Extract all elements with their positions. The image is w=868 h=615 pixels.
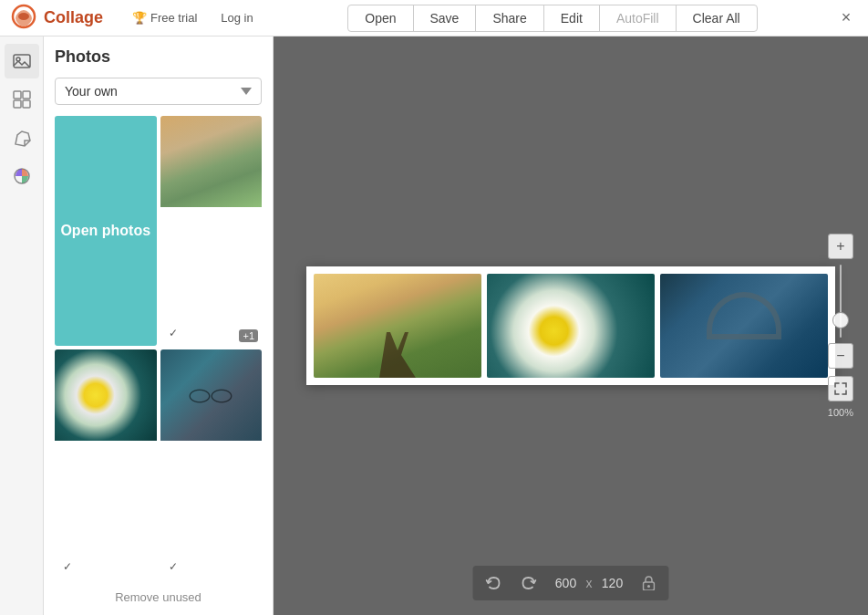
dimension-display: 600 x 120 (550, 576, 629, 590)
logo-text: Collage (44, 8, 103, 27)
source-select[interactable]: Your own Facebook Instagram Google (55, 78, 262, 105)
autofill-button[interactable]: AutoFill (600, 5, 677, 31)
icon-sidebar (0, 36, 44, 615)
close-button[interactable]: × (832, 4, 861, 33)
lock-icon (643, 576, 656, 590)
open-button[interactable]: Open (348, 5, 413, 31)
stickers-icon (12, 128, 32, 148)
svg-point-10 (647, 585, 650, 588)
undo-button[interactable] (480, 569, 508, 597)
free-trial-button[interactable]: 🏆 Free trial (125, 7, 204, 28)
undo-icon (486, 575, 502, 591)
svg-point-1 (18, 13, 29, 20)
svg-rect-5 (23, 91, 30, 99)
photos-grid: Open photos ✓ +1 ✓ ✓ (55, 116, 262, 579)
nav-buttons: 🏆 Free trial Log in (125, 7, 261, 28)
photos-sidebar-button[interactable] (5, 44, 39, 78)
zoom-expand-button[interactable] (828, 376, 853, 401)
collage-canvas[interactable] (306, 266, 835, 385)
zoom-in-button[interactable]: + (828, 234, 853, 259)
svg-rect-7 (23, 100, 30, 108)
open-photos-tile[interactable]: Open photos (55, 116, 157, 346)
width-value: 600 (550, 576, 583, 590)
plus-badge: +1 (239, 329, 258, 342)
expand-icon (834, 382, 847, 395)
trophy-icon: 🏆 (132, 11, 147, 25)
zoom-controls: + − 100% (828, 234, 853, 418)
remove-unused-button[interactable]: Remove unused (55, 590, 262, 604)
photo-item[interactable]: ✓ +1 (160, 116, 263, 346)
collage-photo-2[interactable] (487, 274, 655, 378)
photo-landscape-img (160, 116, 263, 207)
edit-button[interactable]: Edit (544, 5, 600, 31)
check-badge: ✓ (58, 558, 77, 576)
clear-all-button[interactable]: Clear All (677, 5, 757, 31)
redo-icon (521, 575, 537, 591)
check-badge: ✓ (164, 558, 182, 576)
photo-item[interactable]: ✓ (55, 349, 157, 579)
dimension-separator: x (586, 576, 593, 590)
toolbar: Open Save Share Edit AutoFill Clear All (347, 5, 757, 32)
topbar: Collage 🏆 Free trial Log in Open Save Sh… (0, 0, 868, 36)
photos-panel: Photos Your own Facebook Instagram Googl… (44, 36, 274, 615)
layouts-sidebar-button[interactable] (5, 82, 39, 117)
zoom-slider-track (840, 265, 842, 338)
svg-rect-6 (14, 100, 21, 108)
save-button[interactable]: Save (414, 5, 477, 31)
share-button[interactable]: Share (476, 5, 543, 31)
redo-button[interactable] (515, 569, 542, 597)
canvas-area: + − 100% (274, 36, 868, 615)
colors-sidebar-button[interactable] (5, 159, 39, 193)
collage-photo-1[interactable] (314, 274, 481, 378)
colors-icon (12, 166, 32, 186)
photos-icon (12, 51, 32, 71)
bottom-toolbar: 600 x 120 (473, 566, 669, 600)
zoom-percent: 100% (828, 407, 853, 418)
stickers-sidebar-button[interactable] (5, 120, 39, 155)
photo-daisy-img (55, 349, 157, 441)
photos-title: Photos (55, 47, 262, 67)
height-value: 120 (596, 576, 629, 590)
photo-sunglasses-img (160, 349, 263, 441)
toolbar-center: Open Save Share Edit AutoFill Clear All (274, 5, 832, 32)
zoom-out-button[interactable]: − (828, 343, 853, 369)
logo: Collage (11, 4, 103, 33)
lock-button[interactable] (636, 570, 662, 596)
layouts-icon (12, 89, 32, 109)
login-button[interactable]: Log in (213, 7, 260, 28)
logo-icon (11, 4, 40, 33)
collage-photo-3[interactable] (660, 274, 828, 378)
photo-item[interactable]: ✓ (160, 349, 263, 579)
logo-area: Collage 🏆 Free trial Log in (0, 4, 274, 33)
main: Photos Your own Facebook Instagram Googl… (0, 36, 868, 615)
check-badge: ✓ (164, 324, 182, 342)
svg-rect-4 (14, 91, 21, 99)
zoom-slider-thumb[interactable] (832, 312, 849, 328)
